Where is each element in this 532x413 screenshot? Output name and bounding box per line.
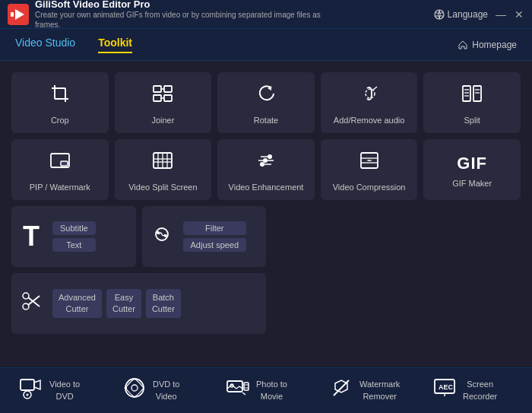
tool-filter-speed[interactable]: Filter Adjust speed xyxy=(142,206,267,267)
tool-compression[interactable]: Video Compression xyxy=(321,139,418,200)
svg-rect-53 xyxy=(21,380,34,390)
compression-label: Video Compression xyxy=(333,182,406,192)
homepage-label: Homepage xyxy=(472,40,517,50)
main-content: Crop Joiner xyxy=(0,61,532,367)
homepage-button[interactable]: Homepage xyxy=(458,40,517,50)
nav-bar: Video Studio Toolkit Homepage xyxy=(0,29,532,61)
title-info: GiliSoft Video Editor Pro Create your ow… xyxy=(35,0,434,30)
tools-row-2: PIP / Watermark Video Split Screen xyxy=(11,139,521,200)
tool-subtitle-text[interactable]: T Subtitle Text xyxy=(11,206,136,267)
t-icon: T xyxy=(17,221,45,253)
split-screen-label: Video Split Screen xyxy=(128,182,197,192)
tool-pip-watermark[interactable]: PIP / Watermark xyxy=(11,139,109,200)
watermark-remove-icon xyxy=(329,376,353,405)
svg-rect-12 xyxy=(164,95,172,101)
svg-point-37 xyxy=(268,154,272,159)
language-button[interactable]: Language xyxy=(434,9,488,20)
split-icon xyxy=(461,82,483,110)
app-title: GiliSoft Video Editor Pro xyxy=(35,0,434,10)
svg-rect-19 xyxy=(473,86,481,101)
filter-icon xyxy=(148,224,176,250)
tool-dvd-to-video[interactable]: DVD toVideo xyxy=(115,372,211,409)
svg-line-49 xyxy=(28,297,40,307)
tools-row-1: Crop Joiner xyxy=(11,72,521,133)
easy-cutter-label: EasyCutter xyxy=(106,289,141,319)
subtitle-label: Subtitle xyxy=(52,221,96,235)
screen-record-icon: AEC xyxy=(432,376,457,405)
rotate-icon xyxy=(255,82,277,110)
svg-rect-11 xyxy=(154,95,161,101)
svg-rect-9 xyxy=(154,86,161,92)
rotate-label: Rotate xyxy=(254,115,278,125)
scissors-icon xyxy=(17,290,45,318)
svg-rect-10 xyxy=(164,86,172,92)
dvd-video-label: DVD toVideo xyxy=(153,379,179,402)
app-subtitle: Create your own animated GIFs from video… xyxy=(35,10,339,30)
close-button[interactable]: ✕ xyxy=(514,9,524,20)
svg-point-36 xyxy=(263,158,268,163)
tool-rotate[interactable]: Rotate xyxy=(217,72,315,133)
tool-screen-recorder[interactable]: AEC ScreenRecorder xyxy=(425,372,521,409)
dvd-video-icon xyxy=(122,376,147,405)
compression-icon xyxy=(358,149,381,177)
svg-marker-43 xyxy=(366,160,369,161)
joiner-label: Joiner xyxy=(151,115,174,125)
svg-point-38 xyxy=(260,162,264,167)
audio-icon xyxy=(358,82,381,110)
photo-movie-label: Photo toMovie xyxy=(256,379,287,402)
subtitle-labels: Subtitle Text xyxy=(52,221,96,252)
enhancement-icon xyxy=(255,149,277,177)
split-screen-icon xyxy=(151,149,174,177)
screen-recorder-label: ScreenRecorder xyxy=(463,379,497,402)
svg-rect-26 xyxy=(61,161,68,166)
crop-icon xyxy=(49,82,71,110)
text-label: Text xyxy=(52,238,96,252)
tool-cutters[interactable]: AdvancedCutter EasyCutter BatchCutter xyxy=(11,273,266,334)
svg-marker-42 xyxy=(369,160,372,161)
gif-icon: GIF xyxy=(457,154,487,173)
tab-video-studio[interactable]: Video Studio xyxy=(15,37,75,53)
svg-point-46 xyxy=(164,234,167,237)
joiner-icon xyxy=(151,82,174,110)
tool-audio[interactable]: Add/Remove audio xyxy=(321,72,418,133)
svg-rect-2 xyxy=(11,12,14,17)
filter-label: Filter xyxy=(183,221,247,235)
tool-joiner[interactable]: Joiner xyxy=(115,72,212,133)
adjust-speed-label: Adjust speed xyxy=(183,238,247,252)
svg-point-58 xyxy=(131,385,138,391)
svg-rect-4 xyxy=(55,88,65,99)
tool-photo-to-movie[interactable]: Photo toMovie xyxy=(218,372,314,409)
tool-video-to-dvd[interactable]: Video toDVD xyxy=(11,372,107,409)
svg-point-16 xyxy=(366,89,375,98)
cutter-labels: AdvancedCutter EasyCutter BatchCutter xyxy=(52,289,181,319)
svg-marker-54 xyxy=(34,380,40,389)
title-bar: GiliSoft Video Editor Pro Create your ow… xyxy=(0,0,532,29)
batch-cutter-label: BatchCutter xyxy=(146,289,181,319)
tool-gif-maker[interactable]: GIF GIF Maker xyxy=(423,139,521,200)
watermark-remover-label: WatermarkRemover xyxy=(359,379,400,402)
svg-line-50 xyxy=(28,296,40,305)
pip-icon xyxy=(49,149,71,177)
tool-watermark-remover[interactable]: WatermarkRemover xyxy=(321,372,417,409)
tool-crop[interactable]: Crop xyxy=(11,72,109,133)
advanced-cutter-label: AdvancedCutter xyxy=(52,289,102,319)
tool-split-screen[interactable]: Video Split Screen xyxy=(115,139,212,200)
minimize-button[interactable]: — xyxy=(496,9,506,20)
video-dvd-icon xyxy=(19,376,43,405)
svg-point-57 xyxy=(125,379,144,397)
gif-label: GIF Maker xyxy=(452,178,492,189)
audio-label: Add/Remove audio xyxy=(334,115,405,125)
filter-labels: Filter Adjust speed xyxy=(183,221,247,252)
nav-tabs: Video Studio Toolkit xyxy=(15,37,458,53)
tab-toolkit[interactable]: Toolkit xyxy=(98,37,132,53)
svg-point-56 xyxy=(27,394,29,396)
tool-enhancement[interactable]: Video Enhancement xyxy=(217,139,315,200)
svg-point-45 xyxy=(157,231,160,234)
video-dvd-label: Video toDVD xyxy=(49,379,80,402)
photo-movie-icon xyxy=(226,376,250,405)
bottom-bar: Video toDVD DVD toVideo xyxy=(0,367,532,413)
tool-split[interactable]: Split xyxy=(423,72,521,133)
split-label: Split xyxy=(464,115,480,125)
svg-line-17 xyxy=(373,87,377,90)
language-label: Language xyxy=(448,9,488,20)
